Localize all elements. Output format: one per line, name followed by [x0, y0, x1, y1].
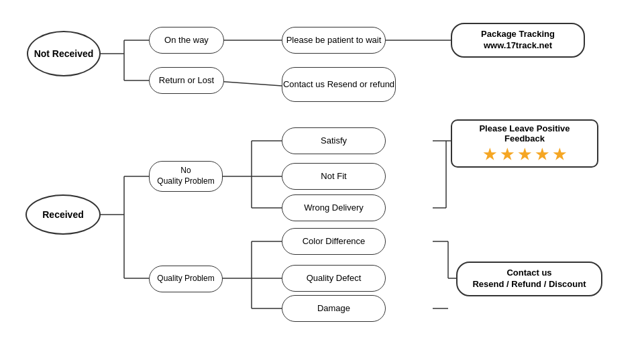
stars-icon: ★ ★ ★ ★ ★: [483, 146, 566, 164]
on-the-way-node: On the way: [149, 27, 224, 54]
return-or-lost-node: Return or Lost: [149, 67, 224, 94]
contact-resend-refund-discount-node: Contact usResend / Refund / Discount: [456, 262, 602, 296]
be-patient-node: Please be patient to wait: [282, 27, 386, 54]
damage-node: Damage: [282, 295, 386, 322]
satisfy-node: Satisfy: [282, 127, 386, 154]
not-fit-node: Not Fit: [282, 163, 386, 190]
no-quality-problem-node: NoQuality Problem: [149, 161, 223, 192]
positive-feedback-label: Please Leave Positive Feedback: [459, 123, 590, 144]
not-received-node: Not Received: [27, 31, 101, 76]
wrong-delivery-node: Wrong Delivery: [282, 194, 386, 221]
received-node: Received: [25, 194, 101, 235]
quality-problem-node: Quality Problem: [149, 266, 223, 292]
diagram: Not Received On the way Return or Lost P…: [0, 0, 644, 344]
contact-resend-refund-node: Contact us Resend or refund: [282, 67, 396, 102]
quality-defect-node: Quality Defect: [282, 265, 386, 292]
color-difference-node: Color Difference: [282, 228, 386, 255]
package-tracking-node: Package Trackingwww.17track.net: [451, 23, 585, 58]
positive-feedback-node: Please Leave Positive Feedback ★ ★ ★ ★ ★: [451, 119, 598, 168]
